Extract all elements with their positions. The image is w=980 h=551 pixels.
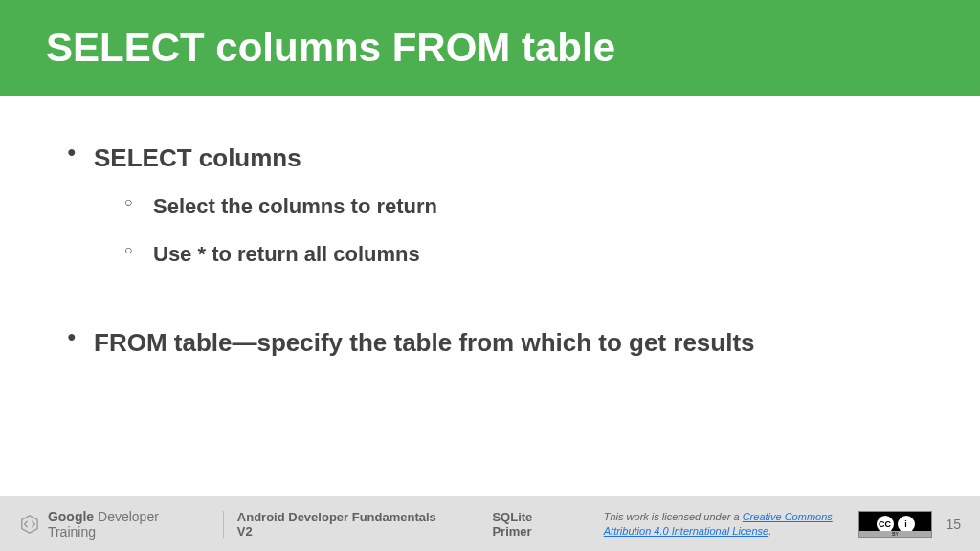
course-name: Android Developer Fundamentals V2 (237, 510, 455, 539)
dev-hex-icon (19, 514, 40, 535)
slide-header: SELECT columns FROM table (0, 0, 980, 96)
subbullet-star-all: Use * to return all columns (94, 242, 923, 267)
page-number: 15 (946, 517, 961, 532)
bullet-select-columns: SELECT columns Select the columns to ret… (57, 143, 923, 267)
license-post: . (768, 525, 771, 537)
license-pre: This work is licensed under a (604, 511, 743, 522)
slide-title: SELECT columns FROM table (46, 25, 615, 71)
google-dev-training-text: Google Developer Training (48, 509, 210, 540)
license-text: This work is licensed under a Creative C… (604, 510, 843, 538)
bullet-from-table: FROM table—specify the table from which … (57, 328, 923, 358)
footer-logo: Google Developer Training (19, 509, 210, 540)
bullet-text: SELECT columns (94, 143, 301, 172)
slide-body: SELECT columns Select the columns to ret… (0, 96, 980, 358)
footer-divider (223, 511, 224, 538)
by-label: BY (859, 531, 932, 537)
logo-google: Google (48, 509, 94, 524)
slide-footer: Google Developer Training Android Develo… (0, 496, 980, 551)
subbullet-select-return: Select the columns to return (94, 194, 923, 219)
cc-by-badge: CC i BY (858, 511, 933, 538)
section-name: SQLite Primer (492, 510, 574, 539)
